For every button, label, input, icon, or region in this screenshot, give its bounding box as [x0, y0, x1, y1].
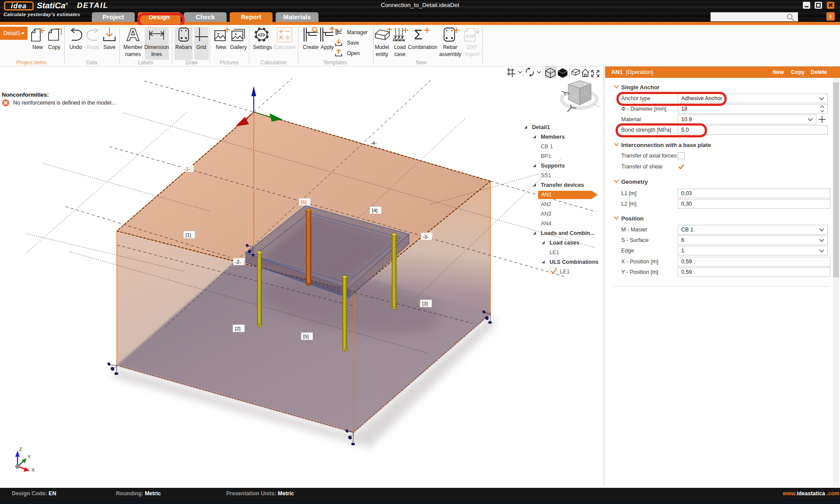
svg-text:[6]: [6] [301, 200, 307, 205]
svg-text:AN3: AN3 [541, 211, 551, 217]
svg-text:LE1: LE1 [550, 249, 559, 256]
svg-text:ULS Combinations: ULS Combinations [550, 259, 598, 265]
svg-text:-4-: -4- [371, 140, 377, 146]
svg-text:X: X [32, 467, 35, 472]
svg-text:Nonconformities:: Nonconformities: [2, 91, 49, 98]
svg-text:Load cases: Load cases [550, 240, 579, 246]
svg-text:-2-: -2- [235, 259, 241, 265]
svg-text:SS1: SS1 [541, 172, 551, 178]
svg-text:Members: Members [541, 134, 565, 140]
svg-text:Loads and Combin...: Loads and Combin... [541, 230, 595, 236]
svg-text:CB 1: CB 1 [541, 144, 553, 150]
svg-text:[2]: [2] [235, 326, 241, 331]
svg-text:-3-: -3- [423, 234, 429, 239]
svg-text:[5]: [5] [303, 334, 309, 339]
svg-text:LE1: LE1 [560, 269, 570, 275]
svg-text:No reinforcement is defined in: No reinforcement is defined in the model… [13, 100, 116, 106]
svg-text:AN2: AN2 [541, 201, 551, 207]
svg-text:Y: Y [28, 454, 31, 459]
svg-text:Supports: Supports [541, 163, 565, 169]
svg-text:</>: </> [258, 32, 265, 38]
svg-text:Transfer devices: Transfer devices [541, 182, 584, 188]
svg-text:Z: Z [19, 447, 22, 452]
svg-text:[4]: [4] [372, 208, 378, 213]
svg-text:AN4: AN4 [541, 220, 551, 227]
svg-text:-1-: -1- [184, 166, 190, 172]
svg-text:AN1: AN1 [541, 192, 552, 198]
svg-text:[3]: [3] [422, 301, 428, 306]
svg-text:Σ: Σ [414, 27, 423, 42]
svg-text:[1]: [1] [186, 232, 191, 238]
svg-text:DXF: DXF [466, 34, 475, 39]
svg-text:Detail1: Detail1 [532, 124, 550, 130]
svg-text:BP1: BP1 [541, 153, 551, 159]
